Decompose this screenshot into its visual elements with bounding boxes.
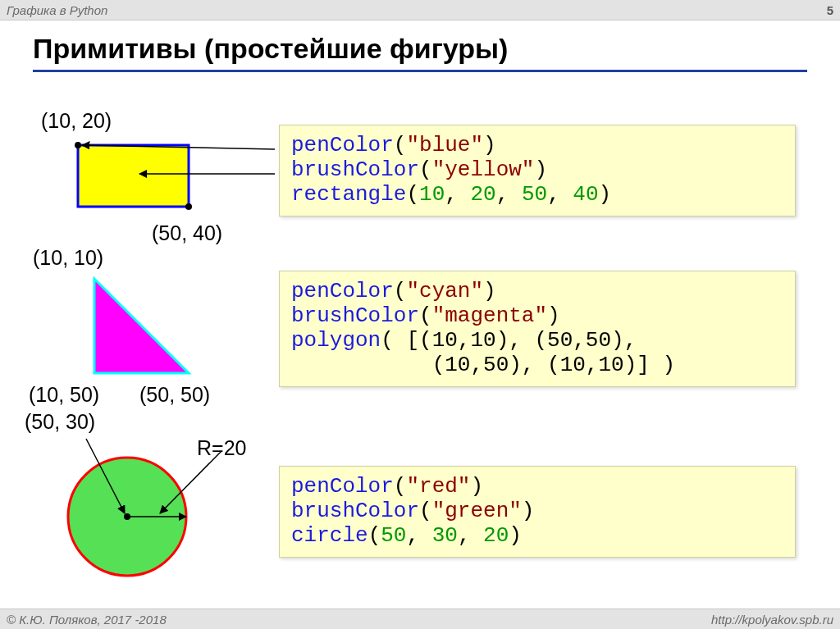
- tri-point2-label: (10, 50): [29, 383, 99, 407]
- rect-point1-label: (10, 20): [41, 109, 112, 133]
- circle-center-label: (50, 30): [25, 410, 95, 434]
- svg-point-2: [185, 203, 192, 210]
- svg-point-1: [75, 142, 81, 148]
- tri-point3-label: (50, 50): [139, 383, 210, 407]
- page-number: 5: [827, 3, 833, 17]
- triangle-figure: [82, 271, 213, 385]
- header-left: Графика в Python: [7, 3, 107, 17]
- rectangle-code: penColor("blue") brushColor("yellow") re…: [279, 125, 796, 217]
- polygon-code: penColor("cyan") brushColor("magenta") p…: [279, 271, 796, 387]
- slide-header: Графика в Python 5: [0, 0, 840, 21]
- circle-figure: [49, 435, 279, 582]
- circle-code: penColor("red") brushColor("green") circ…: [279, 466, 796, 558]
- svg-marker-5: [94, 279, 189, 373]
- slide-title: Примитивы (простейшие фигуры): [33, 33, 807, 72]
- rectangle-figure: [66, 133, 279, 231]
- footer-right: http://kpolyakov.spb.ru: [711, 613, 833, 627]
- slide-footer: © К.Ю. Поляков, 2017 -2018 http://kpolya…: [0, 608, 840, 629]
- tri-point1-label: (10, 10): [33, 246, 103, 270]
- footer-left: © К.Ю. Поляков, 2017 -2018: [7, 613, 167, 627]
- svg-rect-0: [78, 145, 189, 207]
